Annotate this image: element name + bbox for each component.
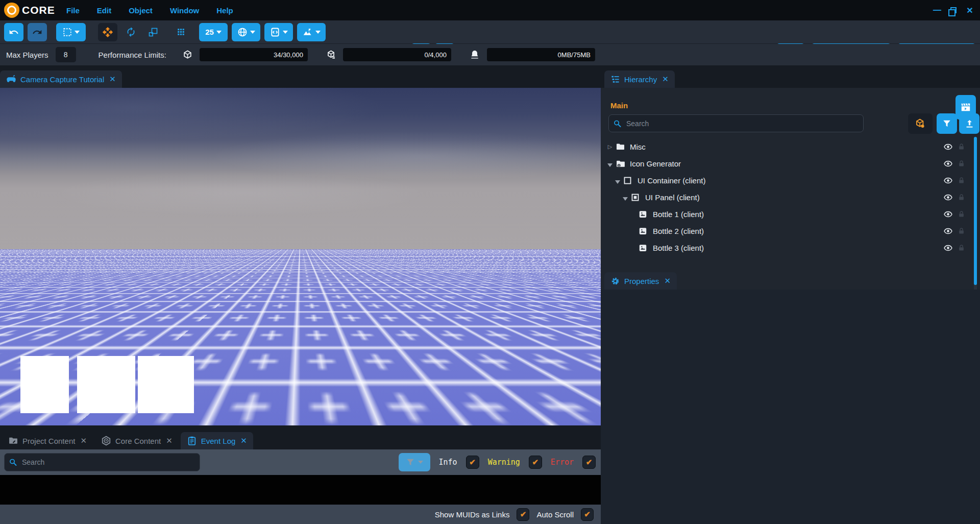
chevron-down-icon: [75, 31, 80, 34]
max-players-value[interactable]: 8: [56, 47, 76, 62]
close-icon[interactable]: ✕: [240, 436, 247, 445]
tab-properties[interactable]: Properties ✕: [604, 272, 677, 290]
export-button[interactable]: [959, 113, 979, 134]
checkbox-auto-scroll[interactable]: ✔: [581, 508, 594, 521]
checkbox-show-muids-as-links[interactable]: ✔: [517, 508, 529, 521]
menu-file[interactable]: File: [66, 6, 80, 15]
collapse-arrow-icon[interactable]: [615, 179, 621, 185]
checkbox-error[interactable]: ✔: [582, 456, 596, 469]
close-icon[interactable]: ✕: [109, 75, 116, 84]
menu-help[interactable]: Help: [216, 6, 233, 15]
chevron-down-icon: [315, 31, 321, 34]
settings-bar: Max Players 8 Performance Limits: 34/30,…: [0, 44, 980, 65]
search-icon: [613, 119, 622, 128]
lock-icon[interactable]: [958, 210, 965, 218]
core-logo-wordmark: CORE: [22, 4, 55, 16]
tab-label: Event Log: [201, 437, 236, 445]
grid-size-dropdown[interactable]: 25: [199, 23, 228, 41]
object-count-icon: [183, 50, 192, 60]
properties-panel: [601, 290, 980, 524]
move-tool-button[interactable]: [98, 23, 117, 41]
event-log-toolbar: Info✔Warning✔Error✔: [0, 449, 601, 475]
tab-project-content[interactable]: Project Content✕: [2, 432, 93, 449]
visibility-eye-icon[interactable]: [944, 193, 952, 202]
lock-icon[interactable]: [958, 194, 965, 201]
tree-row[interactable]: Bottle 3 (client): [601, 240, 980, 256]
ui-panel-bottle-1: [20, 356, 69, 413]
tree-item-label: Misc: [630, 142, 646, 151]
script-dropdown[interactable]: [264, 23, 293, 41]
hierarchy-tree: ▷MiscIcon GeneratorUI Container (client)…: [601, 138, 980, 256]
viewport-3d[interactable]: [0, 88, 601, 425]
tree-row[interactable]: UI Panel (client): [601, 189, 980, 206]
minimize-icon[interactable]: —: [932, 6, 942, 15]
tree-row[interactable]: UI Container (client): [601, 172, 980, 189]
hierarchy-filter-button[interactable]: [937, 113, 957, 134]
tree-item-label: Bottle 2 (client): [653, 227, 704, 235]
core-editor-window: CORE FileEditObjectWindowHelp — ✕ 25: [0, 0, 980, 524]
collapse-arrow-icon[interactable]: [607, 162, 613, 168]
filter-label-warning: Warning: [488, 458, 520, 467]
grid-snap-button[interactable]: [172, 23, 190, 41]
collapse-arrow-icon[interactable]: [622, 196, 628, 202]
close-icon[interactable]: ✕: [965, 6, 975, 15]
hierarchy-search-input[interactable]: [608, 114, 864, 132]
close-icon[interactable]: ✕: [166, 436, 173, 445]
tab-label: Project Content: [22, 437, 75, 445]
core-logo: CORE: [5, 4, 62, 17]
select-mode-dropdown[interactable]: [56, 23, 86, 41]
scale-tool-button[interactable]: [144, 23, 162, 41]
tab-core-content[interactable]: Core Content✕: [95, 432, 179, 449]
menu-object[interactable]: Object: [129, 6, 153, 15]
clapperboard-icon: [960, 102, 971, 113]
undo-icon: [9, 27, 19, 37]
menu-window[interactable]: Window: [170, 6, 199, 15]
scrollbar-thumb[interactable]: [974, 137, 977, 285]
visibility-eye-icon[interactable]: [944, 244, 952, 252]
ui-panel-bottle-2: [77, 356, 135, 413]
visibility-eye-icon[interactable]: [944, 227, 952, 235]
visibility-eye-icon[interactable]: [944, 176, 952, 185]
close-icon[interactable]: ✕: [664, 276, 671, 285]
expand-arrow-icon[interactable]: ▷: [607, 144, 613, 150]
menu-edit[interactable]: Edit: [97, 6, 111, 15]
visibility-eye-icon[interactable]: [944, 210, 952, 219]
checkbox-warning[interactable]: ✔: [529, 456, 542, 469]
tree-row[interactable]: Icon Generator: [601, 155, 980, 172]
scale-icon: [148, 27, 158, 37]
object-count-meter: 34/30,000: [200, 48, 308, 61]
menu-bar: CORE FileEditObjectWindowHelp — ✕: [0, 0, 980, 20]
event-log-output[interactable]: [0, 475, 601, 505]
chevron-down-icon: [250, 31, 255, 34]
tab-viewport[interactable]: Camera Capture Tutorial ✕: [0, 70, 122, 88]
redo-button[interactable]: [28, 23, 47, 41]
terrain-dropdown[interactable]: [297, 23, 326, 41]
properties-tab-label: Properties: [624, 277, 659, 285]
lock-icon[interactable]: [958, 160, 965, 168]
tree-row[interactable]: Bottle 2 (client): [601, 223, 980, 240]
lock-icon[interactable]: [958, 227, 965, 235]
lock-icon[interactable]: [958, 244, 965, 252]
world-settings-dropdown[interactable]: [232, 23, 260, 41]
close-icon[interactable]: ✕: [80, 436, 87, 445]
checkbox-info[interactable]: ✔: [466, 456, 479, 469]
networked-filter-button[interactable]: [908, 113, 933, 134]
lock-icon[interactable]: [958, 143, 965, 151]
lock-icon[interactable]: [958, 177, 965, 184]
tab-event-log[interactable]: Event Log✕: [181, 432, 253, 449]
log-filter-dropdown[interactable]: [399, 453, 430, 471]
restore-icon[interactable]: [950, 7, 957, 13]
main-toolbar: 25 World Capture Publish Game: [0, 20, 980, 44]
tab-hierarchy[interactable]: Hierarchy ✕: [604, 70, 675, 88]
undo-button[interactable]: [4, 23, 23, 41]
networked-object-icon: [326, 50, 336, 60]
rotate-tool-button[interactable]: [121, 23, 140, 41]
tree-row[interactable]: Bottle 1 (client): [601, 206, 980, 223]
close-icon[interactable]: ✕: [662, 75, 669, 84]
visibility-eye-icon[interactable]: [944, 142, 952, 151]
max-players-label: Max Players: [6, 51, 48, 59]
core-hexagon-icon: [101, 436, 111, 446]
event-log-search-input[interactable]: [4, 453, 200, 471]
visibility-eye-icon[interactable]: [944, 159, 952, 168]
tree-row[interactable]: ▷Misc: [601, 138, 980, 155]
